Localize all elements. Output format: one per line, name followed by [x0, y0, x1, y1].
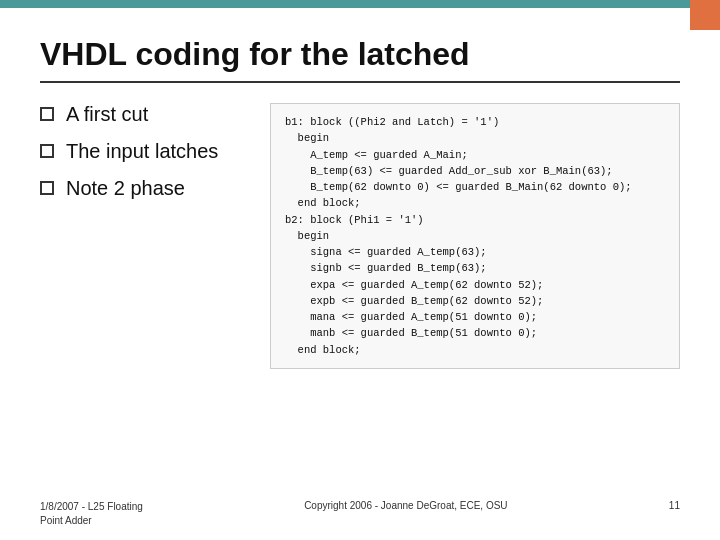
main-content: VHDL coding for the latched A first cut … [0, 8, 720, 540]
bullet-label: The input latches [66, 140, 218, 163]
footer-copyright: Copyright 2006 - Joanne DeGroat, ECE, OS… [304, 500, 507, 511]
bullet-icon [40, 144, 54, 158]
footer-page-number: 11 [669, 500, 680, 528]
footer: 1/8/2007 - L25 FloatingPoint Adder Copyr… [0, 500, 720, 528]
list-item: Note 2 phase [40, 177, 250, 200]
code-block: b1: block ((Phi2 and Latch) = '1') begin… [270, 103, 680, 369]
list-item: The input latches [40, 140, 250, 163]
footer-center: Copyright 2006 - Joanne DeGroat, ECE, OS… [304, 500, 507, 528]
page-title: VHDL coding for the latched [40, 36, 680, 73]
page-number: 11 [669, 500, 680, 511]
bullet-label: Note 2 phase [66, 177, 185, 200]
content-row: A first cut The input latches Note 2 pha… [40, 103, 680, 369]
title-divider [40, 81, 680, 83]
bullet-icon [40, 181, 54, 195]
list-item: A first cut [40, 103, 250, 126]
footer-left-text: 1/8/2007 - L25 FloatingPoint Adder [40, 501, 143, 526]
bullet-icon [40, 107, 54, 121]
top-bar [0, 0, 720, 8]
bullet-label: A first cut [66, 103, 148, 126]
bullet-list: A first cut The input latches Note 2 pha… [40, 103, 250, 369]
footer-left: 1/8/2007 - L25 FloatingPoint Adder [40, 500, 143, 528]
